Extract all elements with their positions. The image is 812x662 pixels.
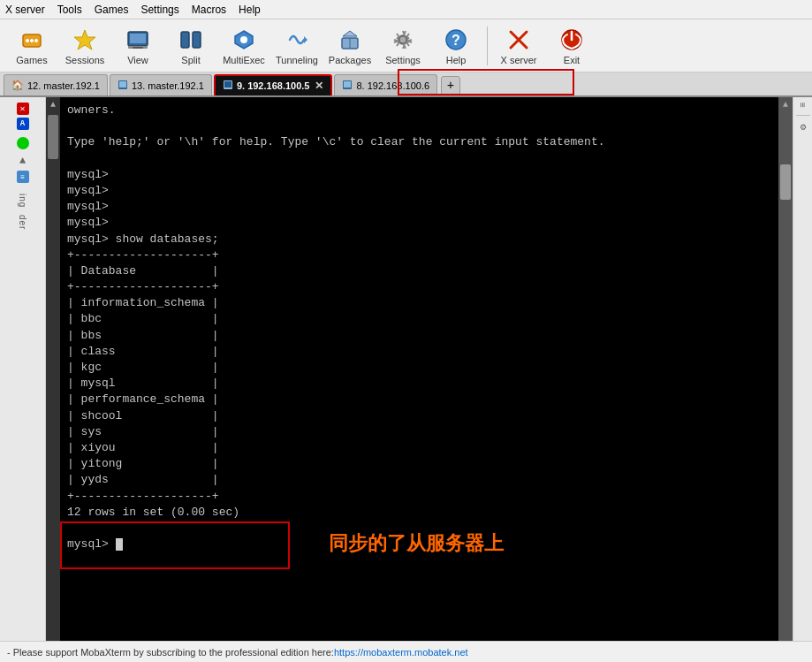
settings-icon [389, 26, 417, 54]
toolbar-xserver-label: X server [501, 55, 537, 65]
tunneling-icon [283, 26, 311, 54]
terminal-wrapper: ▲ owners. Type 'help;' or '\h' for help.… [46, 97, 793, 641]
tab-4-icon [342, 80, 353, 92]
tab-3[interactable]: 9. 192.168.100.5 ✕ [214, 74, 333, 95]
svg-rect-29 [344, 81, 351, 88]
toolbar-sessions-label: Sessions [65, 55, 105, 65]
right-panel-label-1[interactable]: ≡ [798, 103, 808, 108]
right-panel-label-2: ⚙ [799, 123, 808, 132]
tab-3-icon [223, 80, 233, 92]
help-icon: ? [442, 26, 470, 54]
right-panel-sep [796, 115, 810, 116]
tab-4-label: 8. 192.168.100.6 [356, 80, 429, 91]
tab-bar: 🏠 12. master.192.1 13. master.192.1 9. 1… [0, 72, 812, 97]
toolbar-multiexec-label: MultiExec [223, 55, 265, 65]
toolbar-exit[interactable]: Exit [547, 22, 596, 69]
tab-3-close[interactable]: ✕ [315, 80, 323, 92]
sidebar-blue-a[interactable]: A [17, 118, 29, 130]
menu-tools[interactable]: Tools [57, 4, 82, 16]
menu-bar: X server Tools Games Settings Macros Hel… [0, 0, 812, 19]
tab-4[interactable]: 8. 192.168.100.6 [334, 74, 437, 95]
svg-point-12 [240, 36, 247, 43]
multiexec-icon [230, 26, 258, 54]
toolbar-view[interactable]: View [113, 22, 163, 69]
sidebar-red-x[interactable]: ✕ [17, 103, 29, 115]
left-sidebar: ✕ A ▲ ≡ ing der [0, 97, 46, 641]
exit-icon [558, 26, 586, 54]
toolbar-separator [487, 27, 488, 65]
tab-3-label: 9. 192.168.100.5 [237, 80, 310, 91]
sidebar-label-ing: ing [18, 194, 27, 208]
toolbar-settings[interactable]: Settings [378, 22, 428, 69]
toolbar-split[interactable]: Split [166, 22, 216, 69]
svg-rect-27 [224, 81, 231, 88]
toolbar-help[interactable]: ? Help [431, 22, 481, 69]
svg-rect-4 [30, 40, 34, 42]
right-scroll-thumb [780, 164, 791, 200]
toolbar-multiexec[interactable]: MultiExec [219, 22, 269, 69]
svg-point-1 [26, 39, 29, 42]
scroll-up-arrow[interactable]: ▲ [50, 99, 56, 111]
toolbar: Games Sessions View Split MultiExec Tunn… [0, 19, 812, 72]
toolbar-tunneling-label: Tunneling [276, 55, 318, 65]
toolbar-packages[interactable]: Packages [325, 22, 375, 69]
svg-rect-10 [181, 32, 189, 48]
packages-icon [336, 26, 364, 54]
scroll-thumb [48, 115, 58, 159]
sidebar-scroll-up[interactable]: ▲ [16, 155, 30, 167]
toolbar-exit-label: Exit [564, 55, 580, 65]
terminal[interactable]: owners. Type 'help;' or '\h' for help. T… [60, 97, 778, 641]
menu-macros[interactable]: Macros [192, 4, 226, 16]
terminal-right-scrollbar[interactable]: ▲ [778, 97, 793, 641]
tab-2-label: 13. master.192.1 [132, 80, 204, 91]
main-area: ✕ A ▲ ≡ ing der ▲ owners. Type 'help;' o… [0, 97, 812, 641]
svg-rect-9 [133, 47, 143, 49]
toolbar-settings-label: Settings [385, 55, 421, 65]
sidebar-indicator: ≡ [17, 171, 29, 183]
toolbar-help-label: Help [446, 55, 467, 65]
tab-1[interactable]: 🏠 12. master.192.1 [4, 74, 108, 95]
svg-marker-15 [343, 31, 357, 36]
sessions-icon [71, 26, 99, 54]
tab-2-icon [118, 80, 128, 92]
svg-rect-25 [119, 81, 126, 88]
terminal-output: owners. Type 'help;' or '\h' for help. T… [67, 103, 771, 552]
toolbar-view-label: View [127, 55, 148, 65]
games-icon [18, 26, 46, 54]
svg-point-2 [34, 39, 38, 42]
svg-rect-11 [193, 32, 201, 48]
right-panel: ≡ ⚙ [793, 97, 812, 641]
svg-marker-13 [304, 36, 307, 43]
svg-marker-5 [74, 30, 95, 49]
status-text: - Please support MobaXterm by subscribin… [7, 647, 334, 658]
toolbar-tunneling[interactable]: Tunneling [272, 22, 322, 69]
menu-settings[interactable]: Settings [140, 4, 178, 16]
svg-text:?: ? [452, 33, 460, 48]
sidebar-green-indicator [17, 137, 29, 149]
terminal-left-scrollbar: ▲ [46, 97, 60, 641]
add-tab-button[interactable]: + [441, 76, 460, 95]
tab-1-label: 12. master.192.1 [27, 80, 100, 91]
toolbar-games-label: Games [16, 55, 47, 65]
status-bar: - Please support MobaXterm by subscribin… [0, 641, 812, 662]
svg-rect-8 [130, 34, 146, 43]
menu-games[interactable]: Games [95, 4, 129, 16]
split-icon [177, 26, 205, 54]
sidebar-label-der: der [18, 215, 27, 230]
menu-xserver[interactable]: X server [5, 4, 45, 16]
toolbar-packages-label: Packages [329, 55, 371, 65]
toolbar-split-label: Split [181, 55, 200, 65]
toolbar-xserver[interactable]: X server [494, 22, 543, 69]
menu-help[interactable]: Help [239, 4, 261, 16]
tab-2[interactable]: 13. master.192.1 [110, 74, 212, 95]
xserver-icon [505, 26, 533, 54]
toolbar-games[interactable]: Games [7, 22, 57, 69]
scroll-up-right[interactable]: ▲ [783, 99, 788, 111]
tab-1-icon: 🏠 [11, 80, 24, 91]
view-icon [124, 26, 152, 54]
toolbar-sessions[interactable]: Sessions [60, 22, 110, 69]
svg-point-18 [399, 36, 406, 43]
status-link[interactable]: https://mobaxterm.mobatek.net [334, 647, 468, 658]
